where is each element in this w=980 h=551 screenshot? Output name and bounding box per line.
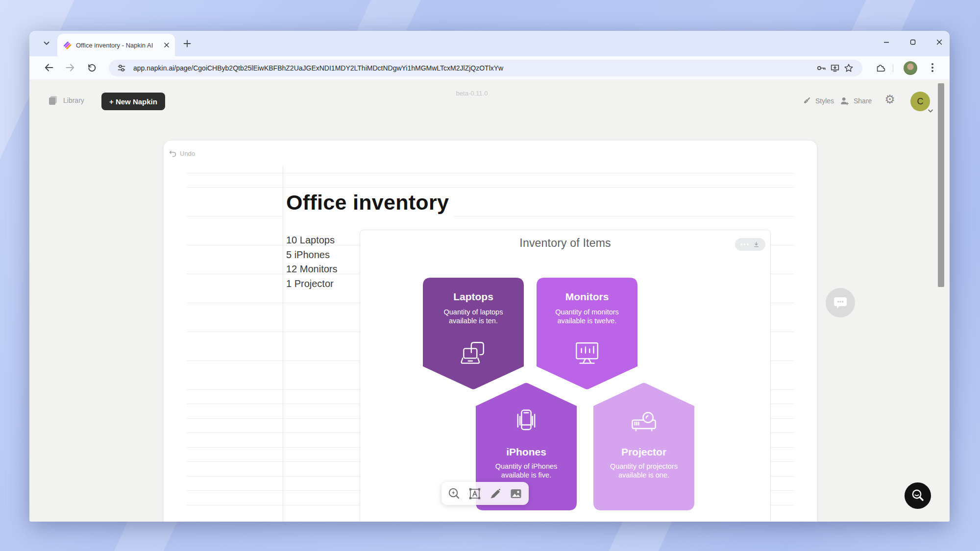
download-icon[interactable] bbox=[753, 241, 760, 248]
browser-window: Office inventory - Napkin AI bbox=[29, 31, 950, 522]
settings-gear-icon[interactable]: ⚙ bbox=[882, 92, 897, 107]
badge-title: Projector bbox=[593, 446, 694, 458]
search-button[interactable] bbox=[905, 482, 931, 509]
bookmark-star-button[interactable] bbox=[842, 61, 856, 75]
comment-bubble-icon bbox=[833, 296, 848, 310]
forward-arrow-icon bbox=[65, 62, 75, 73]
more-options-icon[interactable] bbox=[740, 243, 749, 245]
list-item[interactable]: 12 Monitors bbox=[286, 262, 338, 277]
margin-line bbox=[283, 167, 283, 522]
badge-title: iPhones bbox=[476, 446, 577, 458]
text-tool-button[interactable] bbox=[467, 486, 483, 502]
new-napkin-button[interactable]: + New Napkin bbox=[101, 93, 165, 110]
scrollbar-thumb[interactable] bbox=[938, 83, 944, 287]
browser-toolbar: app.napkin.ai/page/CgoiCHByb2Qtb25lEiwKB… bbox=[29, 56, 950, 79]
library-button[interactable]: Library bbox=[47, 95, 84, 106]
tab-search-button[interactable] bbox=[40, 37, 53, 50]
marker-pen-icon bbox=[489, 487, 502, 501]
back-button[interactable] bbox=[41, 60, 57, 75]
document-canvas[interactable]: Undo Office inventory 10 Laptops 5 iPhon… bbox=[163, 140, 817, 522]
key-icon bbox=[816, 63, 827, 73]
window-controls bbox=[880, 36, 946, 48]
browser-tab-active[interactable]: Office inventory - Napkin AI bbox=[57, 34, 175, 56]
star-icon bbox=[843, 63, 854, 73]
paintbrush-icon bbox=[802, 96, 812, 106]
undo-label: Undo bbox=[180, 150, 195, 157]
napkin-app: Library + New Napkin beta-0.11.0 Styles bbox=[29, 79, 950, 522]
tab-strip: Office inventory - Napkin AI bbox=[29, 31, 950, 56]
desktop-background: Office inventory - Napkin AI bbox=[0, 0, 980, 551]
undo-button[interactable]: Undo bbox=[169, 149, 195, 158]
badge-monitors[interactable]: Monitors Quantity of monitors available … bbox=[537, 278, 637, 390]
infographic-panel[interactable]: Inventory of Items Laptops Quantity bbox=[360, 230, 771, 522]
share-button[interactable]: Share bbox=[839, 96, 872, 106]
close-icon bbox=[164, 42, 170, 48]
image-tool-button[interactable] bbox=[508, 486, 524, 502]
install-app-button[interactable] bbox=[828, 61, 842, 75]
version-label: beta-0.11.0 bbox=[442, 90, 501, 97]
install-icon bbox=[830, 63, 840, 73]
image-icon bbox=[509, 487, 523, 501]
list-item[interactable]: 1 Projector bbox=[286, 277, 338, 291]
library-stack-icon bbox=[47, 95, 59, 106]
url-text[interactable]: app.napkin.ai/page/CgoiCHByb2Qtb25lEiwKB… bbox=[133, 64, 814, 72]
reload-icon bbox=[86, 62, 97, 73]
close-icon bbox=[936, 39, 943, 46]
badge-description: Quantity of monitors available is twelve… bbox=[544, 308, 630, 325]
browser-profile-avatar[interactable] bbox=[904, 61, 917, 75]
badge-title: Monitors bbox=[537, 291, 637, 303]
infographic-actions-pill[interactable] bbox=[735, 238, 765, 251]
spark-magnifier-icon bbox=[447, 487, 461, 501]
plus-icon bbox=[182, 39, 192, 48]
extensions-button[interactable] bbox=[873, 60, 888, 75]
badge-title: Laptops bbox=[423, 291, 524, 303]
chevron-down-icon bbox=[41, 38, 52, 48]
list-item[interactable]: 5 iPhones bbox=[286, 248, 338, 263]
share-label: Share bbox=[854, 97, 872, 105]
laptop-icon bbox=[423, 339, 524, 368]
site-info-button[interactable] bbox=[115, 61, 128, 75]
tab-close-button[interactable] bbox=[162, 41, 171, 49]
maximize-icon bbox=[909, 39, 916, 46]
close-window-button[interactable] bbox=[933, 36, 946, 48]
edit-toolbar bbox=[441, 482, 529, 505]
maximize-button[interactable] bbox=[906, 36, 919, 48]
passwords-key-button[interactable] bbox=[814, 61, 828, 75]
napkin-favicon bbox=[63, 41, 72, 49]
auto-spark-button[interactable] bbox=[446, 486, 462, 502]
badge-description: Quantity of laptops available is ten. bbox=[431, 308, 516, 325]
person-add-icon bbox=[839, 96, 850, 106]
minimize-icon bbox=[883, 39, 890, 46]
badge-projector[interactable]: Projector Quantity of projectors availab… bbox=[593, 383, 694, 510]
tab-title: Office inventory - Napkin AI bbox=[76, 42, 162, 49]
iphone-icon bbox=[476, 407, 577, 436]
undo-icon bbox=[169, 149, 177, 158]
projector-icon bbox=[593, 407, 694, 436]
user-avatar[interactable]: C bbox=[910, 92, 930, 111]
reload-button[interactable] bbox=[84, 60, 99, 75]
styles-label: Styles bbox=[815, 97, 834, 105]
inventory-list[interactable]: 10 Laptops 5 iPhones 12 Monitors 1 Proje… bbox=[286, 233, 338, 291]
badge-description: Quantity of projectors available is one. bbox=[604, 462, 684, 479]
text-box-icon bbox=[468, 487, 482, 501]
badge-laptops[interactable]: Laptops Quantity of laptops available is… bbox=[423, 278, 524, 390]
styles-button[interactable]: Styles bbox=[802, 96, 834, 106]
puzzle-icon bbox=[875, 62, 886, 73]
comments-button[interactable] bbox=[826, 288, 855, 317]
infographic-title: Inventory of Items bbox=[360, 237, 770, 250]
search-magnifier-icon bbox=[910, 488, 925, 503]
avatar-chevron-icon[interactable] bbox=[927, 109, 934, 114]
forward-button[interactable] bbox=[62, 60, 78, 75]
site-settings-icon bbox=[117, 63, 126, 73]
browser-menu-button[interactable] bbox=[926, 60, 939, 75]
new-tab-button[interactable] bbox=[181, 38, 193, 50]
minimize-button[interactable] bbox=[880, 36, 893, 48]
draw-pen-button[interactable] bbox=[488, 486, 503, 502]
list-item[interactable]: 10 Laptops bbox=[286, 233, 338, 248]
back-arrow-icon bbox=[44, 62, 54, 73]
document-title[interactable]: Office inventory bbox=[283, 190, 454, 216]
monitor-icon bbox=[537, 339, 637, 368]
badge-description: Quantity of iPhones available is five. bbox=[487, 462, 566, 479]
library-label: Library bbox=[63, 96, 84, 104]
address-bar[interactable]: app.napkin.ai/page/CgoiCHByb2Qtb25lEiwKB… bbox=[109, 60, 862, 76]
